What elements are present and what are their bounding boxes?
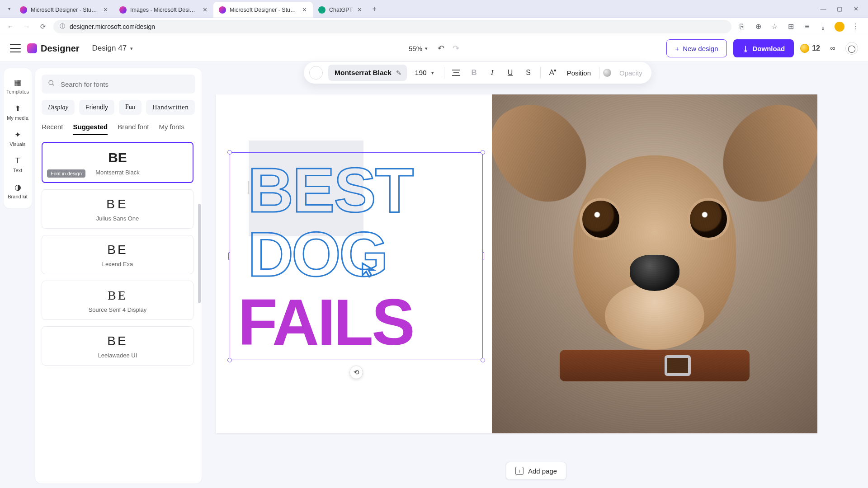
font-style-tag[interactable]: Fun: [119, 100, 142, 115]
opacity-button[interactable]: Opacity: [615, 69, 647, 77]
resize-handle-mr[interactable]: [482, 252, 484, 260]
search-icon: [48, 80, 55, 89]
zoom-select[interactable]: 55% ▾: [409, 45, 428, 52]
profile-avatar[interactable]: [835, 22, 844, 32]
resize-handle-bl[interactable]: [227, 358, 232, 362]
font-sample: BE: [48, 289, 187, 302]
rail-item-text[interactable]: T Text: [4, 151, 32, 178]
font-search-input[interactable]: [42, 75, 195, 94]
rotate-handle[interactable]: ⟲: [349, 366, 363, 379]
font-style-tag[interactable]: Display: [42, 100, 75, 115]
rail-label: Templates: [6, 89, 29, 94]
browser-menu-icon[interactable]: ⋮: [851, 22, 861, 32]
font-tab-recent[interactable]: Recent: [42, 123, 63, 135]
scrollbar-thumb[interactable]: [198, 204, 201, 303]
tab-search-dropdown[interactable]: ▾: [4, 0, 14, 18]
tab-close-icon[interactable]: ✕: [202, 7, 208, 13]
resize-handle-tr[interactable]: [481, 150, 485, 155]
document-name-dropdown[interactable]: Design 47 ▾: [92, 44, 133, 53]
font-tab-suggested[interactable]: Suggested: [73, 123, 108, 135]
tab-close-icon[interactable]: ✕: [102, 7, 108, 13]
font-in-design-badge: Font in design: [47, 169, 85, 178]
browser-tab-strip: ▾ Microsoft Designer - Stunning ✕ Images…: [0, 0, 868, 18]
download-button[interactable]: ⭳ Download: [733, 39, 794, 57]
bold-button[interactable]: B: [466, 65, 482, 81]
document-name: Design 47: [92, 44, 127, 53]
window-minimize[interactable]: —: [819, 5, 827, 12]
selection-box[interactable]: [230, 152, 483, 360]
font-style-tag[interactable]: Friendly: [79, 100, 114, 115]
window-maximize[interactable]: ▢: [835, 5, 844, 12]
font-list[interactable]: BE Montserrat Black Font in designBE Jul…: [42, 142, 195, 483]
font-name: Lexend Exa: [48, 261, 187, 267]
address-field[interactable]: ⓘ designer.microsoft.com/design: [53, 20, 731, 33]
text-effects-button[interactable]: [544, 65, 561, 81]
browser-tab[interactable]: Microsoft Designer - Stunning ✕: [14, 2, 114, 18]
font-style-tag[interactable]: Handwritten: [146, 100, 195, 115]
nav-back[interactable]: ←: [5, 21, 16, 33]
design-canvas[interactable]: BEST DOG FAILS ⟲: [216, 94, 817, 433]
credits-counter[interactable]: 12: [800, 44, 820, 53]
font-tab-my-fonts[interactable]: My fonts: [159, 123, 184, 135]
resize-handle-ml[interactable]: [228, 252, 230, 260]
svg-point-0: [49, 80, 53, 84]
tab-title: Microsoft Designer - Stunning: [230, 7, 297, 13]
underline-button[interactable]: U: [502, 65, 519, 81]
extensions-icon[interactable]: ⊞: [786, 22, 796, 32]
canvas-image[interactable]: [492, 94, 817, 433]
window-controls: — ▢ ✕: [815, 0, 864, 18]
install-app-icon[interactable]: ⎘: [737, 22, 747, 32]
font-panel: DisplayFriendlyFunHandwrittenMo RecentSu…: [35, 68, 202, 483]
shapes-icon: ✦: [13, 130, 23, 140]
resize-handle-br[interactable]: [481, 358, 485, 362]
tab-close-icon[interactable]: ✕: [356, 7, 363, 13]
strikethrough-button[interactable]: S: [520, 65, 537, 81]
downloads-icon[interactable]: ⭳: [818, 22, 828, 32]
zoom-icon[interactable]: ⊕: [753, 22, 763, 32]
browser-tab[interactable]: ChatGPT ✕: [313, 2, 368, 18]
font-card[interactable]: BE Montserrat Black Font in design: [42, 142, 193, 183]
download-icon: ⭳: [742, 45, 749, 52]
window-close[interactable]: ✕: [852, 5, 860, 12]
font-tab-brand-font[interactable]: Brand font: [118, 123, 149, 135]
add-page-button[interactable]: + Add page: [506, 462, 566, 480]
browser-tab[interactable]: Images - Microsoft Designer ✕: [114, 2, 213, 18]
logo-text: Designer: [41, 43, 80, 54]
rail-item-brand-kit[interactable]: ◑ Brand kit: [4, 178, 32, 204]
font-card[interactable]: BE Leelawadee UI: [42, 326, 193, 366]
font-card[interactable]: BE Julius Sans One: [42, 189, 193, 229]
nav-forward[interactable]: →: [21, 21, 33, 33]
rail-item-templates[interactable]: ▦ Templates: [4, 73, 32, 99]
text-color-swatch[interactable]: [309, 66, 323, 80]
tab-favicon: [318, 6, 326, 14]
tab-title: ChatGPT: [329, 7, 353, 13]
reading-list-icon[interactable]: ≡: [802, 22, 812, 32]
font-family-select[interactable]: Montserrat Black ✎: [328, 65, 407, 81]
undo-button[interactable]: ↶: [438, 43, 444, 53]
alignment-button[interactable]: [448, 65, 464, 81]
new-design-button[interactable]: + New design: [666, 39, 726, 57]
bookmark-icon[interactable]: ☆: [769, 22, 779, 32]
account-icon[interactable]: ◯: [845, 42, 858, 55]
position-button[interactable]: Position: [562, 69, 595, 77]
browser-tab[interactable]: Microsoft Designer - Stunning ✕: [213, 2, 313, 18]
app-toolbar: Designer Design 47 ▾ 55% ▾ ↶ ↷ + New des…: [0, 35, 868, 62]
share-icon[interactable]: ∞: [826, 42, 839, 55]
font-sample: BE: [49, 151, 186, 164]
site-info-icon[interactable]: ⓘ: [60, 23, 65, 30]
redo-button[interactable]: ↷: [453, 43, 459, 53]
workspace: ▦ Templates⬆ My media✦ VisualsT Text◑ Br…: [0, 62, 868, 488]
new-tab-button[interactable]: +: [368, 0, 381, 18]
font-card[interactable]: BE Source Serif 4 Display: [42, 281, 193, 320]
app-logo[interactable]: Designer: [27, 43, 80, 54]
resize-handle-tl[interactable]: [227, 150, 232, 155]
font-size-select[interactable]: 190 ▾: [409, 69, 440, 77]
nav-reload[interactable]: ⟳: [37, 21, 49, 33]
italic-button[interactable]: I: [484, 65, 500, 81]
rail-item-visuals[interactable]: ✦ Visuals: [4, 125, 32, 151]
rail-item-my-media[interactable]: ⬆ My media: [4, 99, 32, 125]
tab-close-icon[interactable]: ✕: [301, 7, 307, 13]
grid-icon: ▦: [13, 77, 23, 87]
menu-button[interactable]: [10, 44, 21, 52]
font-card[interactable]: BE Lexend Exa: [42, 235, 193, 274]
